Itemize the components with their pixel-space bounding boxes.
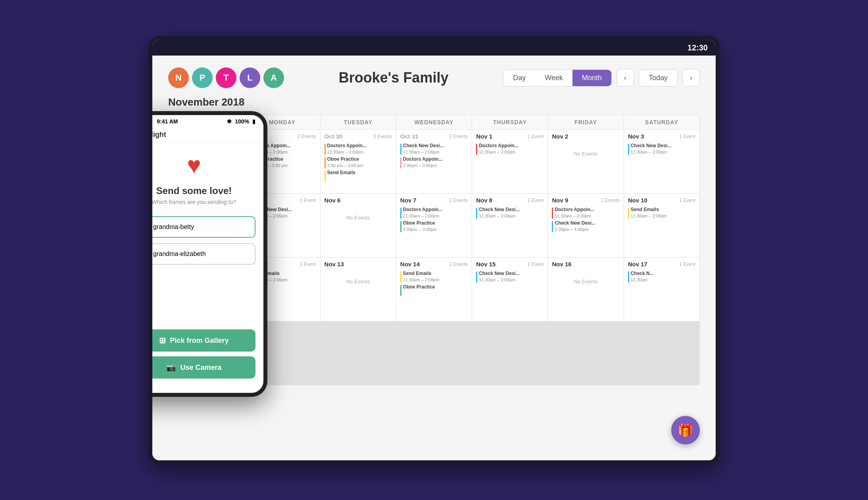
event-info: Oboe Practice	[403, 284, 435, 290]
event-time: 2:30pm – 4:00pm	[555, 227, 595, 232]
event-bar	[400, 221, 401, 232]
event-bar	[628, 271, 629, 283]
cell-nov10-count: 1 Event	[679, 198, 695, 203]
cell-nov1[interactable]: Nov 1 1 Event Doctors Appoin... 11:30am …	[472, 130, 547, 193]
cell-nov13[interactable]: Nov 13 No Events	[321, 258, 396, 321]
no-events: No Events	[552, 151, 619, 157]
tab-month[interactable]: Month	[572, 70, 611, 86]
tab-week[interactable]: Week	[535, 70, 572, 86]
event-item[interactable]: Check New Desi... 2:30pm – 4:00pm	[552, 220, 619, 232]
event-item[interactable]: Oboe Practice 2:00 pm – 3:00 pm	[325, 156, 392, 168]
cell-nov14-count: 2 Events	[449, 262, 468, 267]
cell-nov8-date: Nov 8	[476, 197, 492, 204]
cell-nov3[interactable]: Nov 3 1 Event Check New Desi... 11:30am …	[624, 130, 699, 193]
event-bar	[400, 144, 401, 155]
send-love-subtitle: Which frames are you sending to?	[152, 199, 236, 205]
cell-nov17[interactable]: Nov 17 1 Event Check N... 11:30am	[624, 258, 699, 321]
event-item[interactable]: Doctors Appoin... 2:00pm – 3:00pm	[400, 156, 468, 168]
avatar-n[interactable]: N	[168, 67, 189, 88]
event-item[interactable]: Doctors Appoin... 11:30am – 2:00pm	[552, 207, 619, 219]
cell-nov16-date: Nov 16	[552, 261, 571, 267]
event-time: 11:30am – 2:00pm	[403, 277, 440, 283]
avatar-p[interactable]: P	[192, 67, 213, 88]
cell-nov5-count: 1 Event	[300, 198, 316, 203]
event-time: 11:30am – 2:00pm	[479, 213, 520, 219]
event-info: Doctors Appoin... 11:30am – 2:00pm	[479, 143, 518, 155]
cell-oct30[interactable]: Oct 30 5 Events Doctors Appoin... 11:30a…	[321, 130, 396, 193]
cell-nov15[interactable]: Nov 15 1 Event Check New Desi... 11:30am…	[472, 258, 547, 321]
next-btn[interactable]: ›	[682, 69, 700, 87]
event-bar	[400, 157, 401, 168]
camera-icon: 📷	[166, 363, 176, 372]
event-title: Send Emails	[403, 271, 440, 277]
cell-nov7[interactable]: Nov 7 2 Events Doctors Appoin... 11:30am…	[396, 194, 472, 257]
event-info: Check New Desi... 11:30am – 2:00pm	[479, 271, 520, 283]
cell-oct31[interactable]: Oct 31 2 Events Check New Desi... 11:30a…	[396, 130, 472, 193]
phone-status-bar: ●●● ▲ 9:41 AM ✱ 100% ▮	[148, 115, 263, 128]
phone-nav: ‹ Skylight	[148, 128, 263, 142]
event-time: 2:00 pm – 3:00 pm	[327, 163, 364, 168]
phone-overlay: ●●● ▲ 9:41 AM ✱ 100% ▮ ‹ Skylight ♥ Send…	[148, 111, 267, 397]
event-time: 11:30am – 2:00pm	[327, 149, 367, 155]
event-item[interactable]: Send Emails	[325, 170, 392, 182]
frame-option-betty[interactable]: grandma-betty	[148, 216, 255, 238]
cell-nov8[interactable]: Nov 8 1 Event Check New Desi... 11:30am …	[472, 194, 547, 257]
event-time: 11:30am – 2:00pm	[479, 149, 518, 155]
event-time: 11:30am – 2:00pm	[631, 149, 672, 155]
prev-btn[interactable]: ‹	[616, 69, 634, 87]
cell-nov9[interactable]: Nov 9 2 Events Doctors Appoin... 11:30am…	[548, 194, 623, 257]
frame-option-elizabeth[interactable]: grandma-elizabeth	[148, 243, 255, 265]
event-info: Oboe Practice 2:00pm – 3:00pm	[403, 220, 437, 232]
cell-nov14[interactable]: Nov 14 2 Events Send Emails 11:30am – 2:…	[396, 258, 472, 321]
avatar-t[interactable]: T	[216, 67, 236, 88]
month-label: November 2018	[168, 96, 700, 108]
event-info: Doctors Appoin... 11:30am – 2:00pm	[403, 207, 443, 219]
event-title: Oboe Practice	[327, 156, 364, 163]
event-bar	[325, 171, 326, 182]
use-camera-btn[interactable]: 📷 Use Camera	[148, 356, 255, 379]
fab-button[interactable]: 🎁	[671, 416, 700, 444]
cell-nov2-header: Nov 2	[552, 133, 619, 140]
today-btn[interactable]: Today	[639, 69, 678, 87]
event-item[interactable]: Doctors Appoin... 11:30am – 2:00pm	[476, 143, 543, 155]
cell-nov10[interactable]: Nov 10 1 Event Send Emails 11:30am – 2:0…	[624, 194, 699, 257]
pick-gallery-btn[interactable]: ⊞ Pick from Gallery	[148, 329, 255, 352]
event-item[interactable]: Check New Desi... 11:30am – 2:00pm	[400, 143, 468, 155]
cell-nov9-count: 2 Events	[601, 198, 620, 203]
cell-nov1-header: Nov 1 1 Event	[476, 133, 543, 140]
event-info: Oboe Practice 2:00 pm – 3:00 pm	[327, 156, 364, 168]
day-header-fri: FRIDAY	[548, 115, 623, 129]
event-item[interactable]: Doctors Appoin... 11:30am – 2:00pm	[325, 143, 392, 155]
phone-status-right: ✱ 100% ▮	[227, 118, 255, 125]
event-bar	[476, 271, 477, 283]
event-bar	[552, 221, 553, 232]
event-time: 2:00pm – 3:00pm	[403, 227, 437, 232]
event-item[interactable]: Send Emails 11:30am – 2:00pm	[628, 207, 695, 219]
event-title: Doctors Appoin...	[327, 143, 367, 149]
event-bar	[325, 157, 326, 168]
event-item[interactable]: Check N... 11:30am	[628, 271, 695, 283]
event-item[interactable]: Oboe Practice 2:00pm – 3:00pm	[400, 220, 468, 232]
cell-nov6[interactable]: Nov 6 No Events	[321, 194, 396, 257]
event-item[interactable]: Check New Desi... 11:30am – 2:00pm	[476, 271, 543, 283]
event-title: Check New Desi...	[479, 271, 520, 277]
cell-nov3-date: Nov 3	[628, 133, 644, 140]
tab-day[interactable]: Day	[503, 70, 535, 86]
battery-label: 100%	[235, 118, 249, 125]
event-info: Doctors Appoin... 11:30am – 2:00pm	[327, 143, 367, 155]
view-controls: Day Week Month ‹ Today ›	[503, 69, 700, 87]
event-item[interactable]: Doctors Appoin... 11:30am – 2:00pm	[400, 207, 468, 219]
event-title: Check New Desi...	[555, 220, 595, 227]
cell-nov16[interactable]: Nov 16 No Events	[548, 258, 623, 321]
event-item[interactable]: Check New Desi... 11:30am – 2:00pm	[628, 143, 695, 155]
event-item[interactable]: Oboe Practice	[400, 284, 468, 296]
avatar-l[interactable]: L	[240, 67, 260, 88]
event-item[interactable]: Check New Desi... 11:30am – 2:00pm	[476, 207, 543, 219]
avatar-a[interactable]: A	[263, 67, 284, 88]
event-time: 11:30am – 2:00pm	[403, 213, 443, 219]
event-title: Check N...	[631, 271, 654, 277]
cell-nov2[interactable]: Nov 2 No Events	[548, 130, 623, 193]
event-time: 11:30am – 2:00pm	[631, 213, 667, 219]
event-item[interactable]: Send Emails 11:30am – 2:00pm	[400, 271, 468, 283]
cell-oct30-count: 5 Events	[373, 134, 392, 139]
